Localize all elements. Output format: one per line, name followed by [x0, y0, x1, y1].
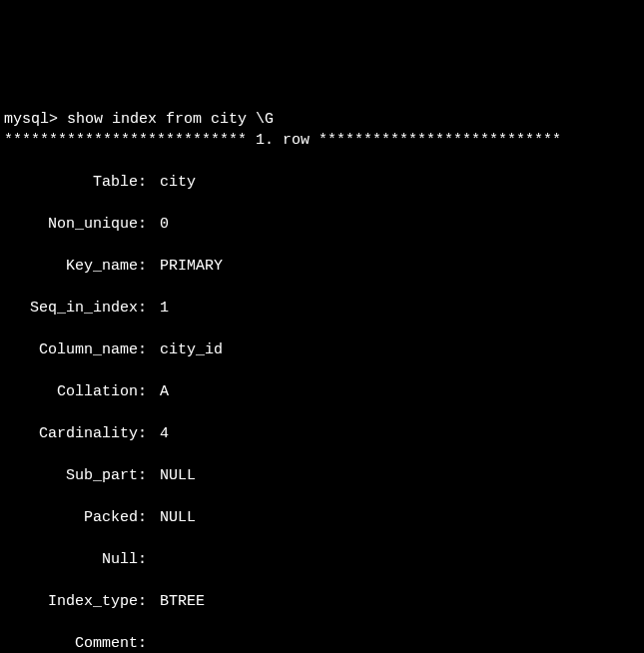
field-label: Comment — [4, 633, 138, 653]
field-value: city — [160, 172, 640, 193]
terminal-output: mysql> show index from city \G *********… — [4, 88, 640, 653]
field-label: Column_name — [4, 339, 138, 360]
field-label: Collation — [4, 381, 138, 402]
field-value: BTREE — [160, 591, 640, 612]
field-value — [160, 549, 640, 570]
field-separator: : — [138, 298, 160, 319]
field-value: A — [160, 381, 640, 402]
field-separator: : — [138, 507, 160, 528]
field-sub-part-1: Sub_part: NULL — [4, 465, 640, 486]
field-value: PRIMARY — [160, 256, 640, 277]
field-label: Non_unique — [4, 214, 138, 235]
field-seq-in-index-1: Seq_in_index: 1 — [4, 298, 640, 319]
field-column-name-1: Column_name: city_id — [4, 339, 640, 360]
mysql-prompt-command: mysql> show index from city \G — [4, 111, 274, 128]
field-separator: : — [138, 549, 160, 570]
field-comment-1: Comment: — [4, 633, 640, 653]
field-value: 4 — [160, 423, 640, 444]
field-separator: : — [138, 256, 160, 277]
field-separator: : — [138, 423, 160, 444]
field-value — [160, 633, 640, 653]
field-label: Null — [4, 549, 138, 570]
field-table-1: Table: city — [4, 172, 640, 193]
field-index-type-1: Index_type: BTREE — [4, 591, 640, 612]
field-separator: : — [138, 214, 160, 235]
field-packed-1: Packed: NULL — [4, 507, 640, 528]
field-label: Sub_part — [4, 465, 138, 486]
field-separator: : — [138, 633, 160, 653]
field-separator: : — [138, 381, 160, 402]
field-separator: : — [138, 465, 160, 486]
field-separator: : — [138, 339, 160, 360]
field-label: Table — [4, 172, 138, 193]
field-label: Cardinality — [4, 423, 138, 444]
field-value: 1 — [160, 298, 640, 319]
field-separator: : — [138, 172, 160, 193]
row-separator-1: *************************** 1. row *****… — [4, 130, 640, 151]
field-label: Seq_in_index — [4, 298, 138, 319]
field-non-unique-1: Non_unique: 0 — [4, 214, 640, 235]
field-separator: : — [138, 591, 160, 612]
field-label: Index_type — [4, 591, 138, 612]
field-null-1: Null: — [4, 549, 640, 570]
field-value: NULL — [160, 465, 640, 486]
field-value: 0 — [160, 214, 640, 235]
field-value: city_id — [160, 339, 640, 360]
field-key-name-1: Key_name: PRIMARY — [4, 256, 640, 277]
field-label: Packed — [4, 507, 138, 528]
field-value: NULL — [160, 507, 640, 528]
field-collation-1: Collation: A — [4, 381, 640, 402]
field-cardinality-1: Cardinality: 4 — [4, 423, 640, 444]
field-label: Key_name — [4, 256, 138, 277]
